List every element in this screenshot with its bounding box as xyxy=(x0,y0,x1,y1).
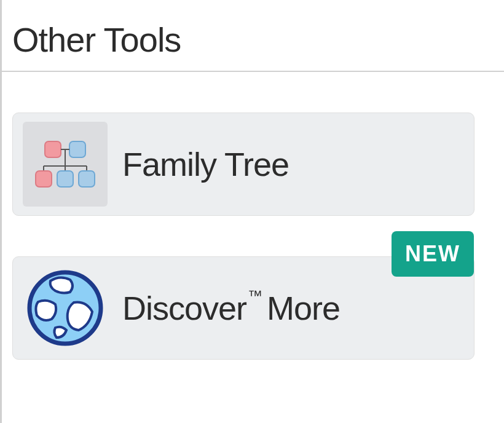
discover-more-label: Discover™More xyxy=(122,289,340,327)
section-title: Other Tools xyxy=(2,0,504,72)
svg-rect-9 xyxy=(57,171,73,187)
trademark-symbol: ™ xyxy=(248,287,262,304)
svg-rect-10 xyxy=(79,171,95,187)
svg-rect-1 xyxy=(69,141,85,157)
svg-rect-8 xyxy=(36,171,52,187)
new-badge: NEW xyxy=(392,231,474,277)
discover-more-card[interactable]: NEW Discover™More xyxy=(12,256,474,360)
svg-rect-0 xyxy=(45,141,61,157)
tools-list: Family Tree NEW Discover™More xyxy=(2,72,504,360)
family-tree-icon xyxy=(23,122,108,207)
discover-more-suffix: More xyxy=(267,290,340,326)
family-tree-label: Family Tree xyxy=(122,145,289,183)
family-tree-card[interactable]: Family Tree xyxy=(12,113,474,216)
globe-icon xyxy=(23,266,108,350)
discover-more-prefix: Discover xyxy=(122,290,246,326)
